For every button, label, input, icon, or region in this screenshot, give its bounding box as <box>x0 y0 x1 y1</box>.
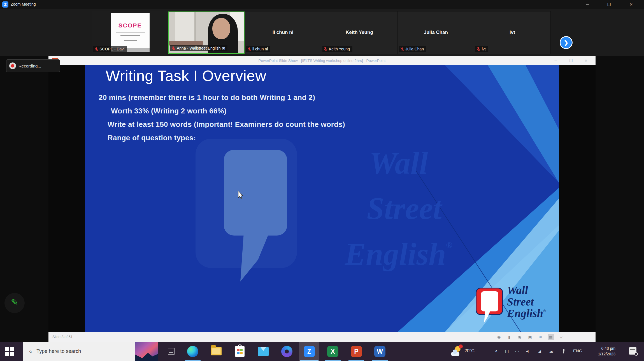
close-button[interactable]: ✕ <box>625 1 638 8</box>
powerpoint-titlebar: P PowerPoint Slide Show - [IELTS Writing… <box>48 56 596 65</box>
action-center-icon[interactable] <box>629 347 636 355</box>
microphone-tray-icon[interactable] <box>560 349 567 354</box>
speaker-tray-icon[interactable]: ◄ <box>524 349 531 353</box>
zoom-view-button[interactable]: ▦ <box>548 334 554 340</box>
grid-view-button[interactable]: ⊞ <box>537 334 543 340</box>
next-slide-button[interactable]: ◉ <box>517 334 523 340</box>
windows-taskbar: ⌕ Type here to search <box>0 342 644 361</box>
minimize-button[interactable]: ─ <box>581 1 594 8</box>
ppt-close-button[interactable]: ✕ <box>580 57 592 64</box>
previous-slide-button[interactable]: ◉ <box>496 334 502 340</box>
logo-speech-bubble-icon <box>476 288 503 315</box>
zoom-titlebar: Z Zoom Meeting ─ ❐ ✕ <box>0 0 644 9</box>
windows-start-button[interactable] <box>5 347 15 356</box>
recording-indicator[interactable]: Recording... <box>6 59 60 72</box>
powerpoint-window: P PowerPoint Slide Show - [IELTS Writing… <box>48 56 596 342</box>
mic-muted-icon <box>172 46 175 50</box>
participant-tile-scope[interactable]: SCOPE SCOPE - Davi <box>92 11 168 54</box>
participant-tile-lvt[interactable]: lvt lvt <box>474 11 550 54</box>
mic-muted-icon <box>247 47 251 51</box>
participant-name-label: Julia Chan <box>399 46 426 52</box>
network-tray-icon[interactable]: ◢ <box>536 349 543 354</box>
participant-name-label: SCOPE - Davi <box>93 46 127 52</box>
powerpoint-taskbar-icon: P <box>351 346 362 357</box>
taskbar-file-explorer-button[interactable] <box>206 342 226 361</box>
taskbar-browser-button[interactable] <box>277 342 297 361</box>
participant-tile-li-chun-ni[interactable]: li chun ni li chun ni <box>245 11 321 54</box>
edge-icon <box>187 346 198 357</box>
slide-bullet: Worth 33% (Writing 2 worth 66%) <box>111 107 227 115</box>
maximize-button[interactable]: ❐ <box>603 1 615 8</box>
browser-swirl-icon <box>281 346 292 357</box>
logo-script-text: Wall Street English® <box>507 285 546 319</box>
pencil-icon: ✎ <box>4 297 25 308</box>
taskbar-edge-button[interactable] <box>183 342 203 361</box>
taskbar-store-button[interactable] <box>230 342 250 361</box>
speech-bubble-watermark <box>224 150 287 236</box>
zoom-window-title: Zoom Meeting <box>11 2 36 6</box>
mouse-cursor <box>238 191 244 199</box>
ppt-maximize-button[interactable]: ❐ <box>565 57 576 64</box>
participant-name-label: li chun ni <box>246 46 270 52</box>
mail-icon <box>258 347 269 356</box>
annotation-tool-button[interactable]: ✎ <box>4 293 25 313</box>
zoom-app-icon: Z <box>304 346 315 357</box>
temperature-label[interactable]: 20°C <box>464 348 475 353</box>
taskbar-task-view-button[interactable] <box>161 342 182 361</box>
weather-widget[interactable] <box>451 346 462 357</box>
wall-street-english-watermark: Wall Street English® <box>309 140 488 277</box>
taskbar-powerpoint-button[interactable]: P <box>346 342 366 361</box>
battery-tray-icon[interactable]: ▭ <box>514 349 520 354</box>
clock-date: 1/12/2023 <box>590 351 615 357</box>
zoom-logo-icon: Z <box>2 1 8 8</box>
taskbar-search[interactable]: ⌕ Type here to search <box>23 342 158 361</box>
video-background <box>175 12 196 44</box>
participant-tile-julia-chan[interactable]: Julia Chan Julia Chan <box>398 11 474 54</box>
taskbar-word-button[interactable]: W <box>370 342 390 361</box>
taskbar-zoom-button[interactable]: Z <box>299 342 319 361</box>
mic-muted-icon <box>477 47 480 51</box>
powerpoint-statusbar: Slide 3 of 51 ◉ ▮ ◉ ▣ ⊞ ▦ ▽ <box>48 332 596 342</box>
slideshow-menu-button[interactable]: ▽ <box>558 334 564 340</box>
wall-street-english-logo: Wall Street English® <box>476 287 559 329</box>
mic-muted-icon <box>324 47 327 51</box>
mic-muted-icon <box>94 47 98 51</box>
clock-time: 6:43 pm <box>590 346 615 351</box>
participant-name-label: Keith Yeung <box>322 46 352 52</box>
cloud-icon <box>451 352 459 356</box>
chevron-right-icon: ❯ <box>564 39 569 46</box>
participant-tile-keith-yeung[interactable]: Keith Yeung Keith Yeung <box>321 11 397 54</box>
language-indicator[interactable]: ENG <box>573 348 582 353</box>
participants-strip: SCOPE SCOPE - Davi <box>0 9 644 56</box>
tray-expand-icon[interactable]: ∧ <box>495 348 498 353</box>
slide-bullet: 20 mins (remember there is 1 hour to do … <box>99 93 315 102</box>
participant-name-label: Anna - Wallstreet English ▣ <box>170 45 227 51</box>
weather-alert-badge <box>459 344 463 348</box>
task-view-icon <box>168 348 175 355</box>
scope-logo: SCOPE <box>111 22 150 29</box>
clock-widget[interactable]: 6:43 pm 1/12/2023 <box>590 346 615 357</box>
mic-muted-icon <box>400 47 404 51</box>
search-placeholder: Type here to search <box>36 348 81 354</box>
search-icon: ⌕ <box>29 348 32 355</box>
pen-tool-button[interactable]: ▮ <box>506 334 512 340</box>
slide-canvas[interactable]: Wall Street English® Writing Task I Over… <box>85 65 559 332</box>
jump-to-slide-button[interactable]: ▣ <box>527 334 533 340</box>
people-tray-icon[interactable]: ◫ <box>504 349 510 354</box>
taskbar-mail-button[interactable] <box>253 342 273 361</box>
slide-bullet: Write at least 150 words (Important! Exa… <box>108 120 345 129</box>
next-participants-button[interactable]: ❯ <box>560 36 573 49</box>
excel-icon: X <box>327 346 338 357</box>
taskbar-excel-button[interactable]: X <box>323 342 343 361</box>
ppt-minimize-button[interactable]: ─ <box>550 57 561 64</box>
participant-tile-anna[interactable]: Anna - Wallstreet English ▣ <box>168 11 245 54</box>
participant-name-label: lvt <box>475 46 488 52</box>
onedrive-tray-icon[interactable]: ☁ <box>548 349 555 354</box>
record-dot-icon <box>9 62 16 69</box>
slide-bullet: Range of question types: <box>108 134 196 142</box>
bing-daily-image-thumbnail[interactable] <box>135 342 158 361</box>
slide-title: Writing Task I Overview <box>106 67 266 84</box>
participant-badge-icon: ▣ <box>222 46 225 50</box>
slide-counter: Slide 3 of 51 <box>52 335 73 339</box>
zoom-meeting-screen: Z Zoom Meeting ─ ❐ ✕ SCOPE S <box>0 0 644 361</box>
